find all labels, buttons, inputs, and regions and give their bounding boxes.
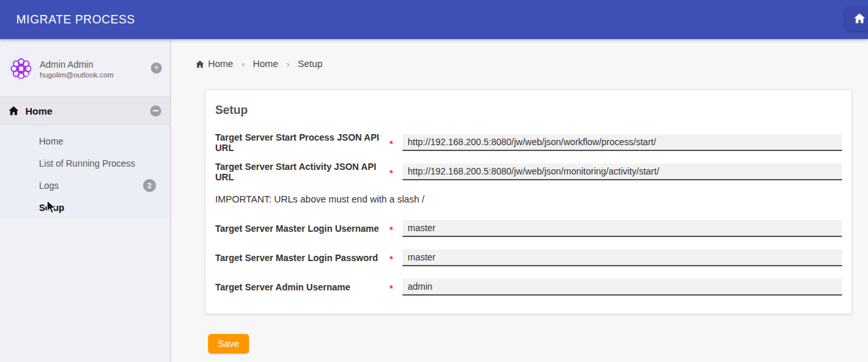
master-password-input[interactable] [402, 249, 842, 266]
main-content: Home › Home › Setup Setup Target Server … [172, 39, 868, 362]
breadcrumb-home-2[interactable]: Home [253, 59, 278, 69]
user-info: Admin Admin hugolim@outlook.com [40, 57, 114, 80]
start-process-url-input[interactable] [402, 134, 842, 151]
field-row-start-process-url: Target Server Start Process JSON API URL… [215, 134, 842, 151]
user-name: Admin Admin [40, 59, 114, 70]
sidebar-item-logs[interactable]: Logs 2 [0, 174, 170, 197]
sidebar-item-label: Setup [39, 197, 64, 219]
home-icon [8, 105, 20, 117]
header-home-button[interactable] [845, 6, 868, 31]
avatar[interactable] [9, 57, 32, 79]
start-activity-url-input[interactable] [402, 163, 842, 180]
breadcrumb-setup[interactable]: Setup [298, 59, 322, 69]
card-title: Setup [215, 104, 842, 117]
required-marker: * [389, 165, 402, 178]
sidebar-parent-label: Home [25, 105, 150, 117]
field-label: Target Server Admin Username [215, 282, 389, 292]
sidebar-item-home-parent[interactable]: Home [0, 96, 170, 125]
logs-count-badge: 2 [143, 179, 156, 192]
breadcrumb-separator: › [242, 59, 244, 69]
master-username-input[interactable] [402, 220, 842, 237]
field-row-master-username: Target Server Master Login Username * [215, 220, 842, 237]
user-profile: Admin Admin hugolim@outlook.com + [0, 39, 170, 96]
field-row-master-password: Target Server Master Login Password * [215, 249, 842, 266]
sidebar-item-label: Home [39, 130, 63, 152]
breadcrumb: Home › Home › Setup [195, 59, 868, 69]
user-email: hugolim@outlook.com [40, 70, 114, 80]
sidebar-submenu: Home List of Running Process Logs 2 Setu… [0, 125, 170, 219]
sidebar-item-label: Logs [39, 174, 59, 197]
breadcrumb-home-1[interactable]: Home [208, 59, 233, 69]
home-icon [195, 59, 208, 69]
required-marker: * [389, 251, 402, 264]
home-icon [853, 12, 866, 25]
required-marker: * [389, 281, 402, 294]
required-marker: * [389, 136, 402, 149]
field-row-admin-username: Target Server Admin Username * [215, 279, 842, 296]
required-marker: * [389, 222, 402, 235]
app-header: MIGRATE PROCESS [0, 0, 868, 39]
save-button[interactable]: Save [208, 334, 249, 354]
sidebar-item-setup[interactable]: Setup [0, 197, 170, 219]
plus-icon[interactable]: + [151, 63, 162, 74]
sidebar-item-label: List of Running Process [39, 152, 135, 174]
app-title: MIGRATE PROCESS [16, 0, 135, 39]
setup-card: Setup Target Server Start Process JSON A… [205, 89, 852, 314]
field-label: Target Server Master Login Username [215, 223, 389, 234]
field-label: Target Server Start Activity JSON API UR… [215, 161, 389, 182]
breadcrumb-separator: › [287, 59, 289, 69]
field-row-start-activity-url: Target Server Start Activity JSON API UR… [215, 163, 842, 180]
important-note: IMPORTANT: URLs above must end with a sl… [215, 193, 842, 206]
field-label: Target Server Master Login Password [215, 253, 389, 263]
sidebar-item-home[interactable]: Home [0, 130, 170, 152]
minus-icon[interactable] [150, 105, 161, 117]
sidebar: Admin Admin hugolim@outlook.com + Home H… [0, 39, 171, 362]
sidebar-item-list-of-running-process[interactable]: List of Running Process [0, 152, 170, 174]
admin-username-input[interactable] [402, 279, 842, 296]
field-label: Target Server Start Process JSON API URL [215, 132, 389, 153]
